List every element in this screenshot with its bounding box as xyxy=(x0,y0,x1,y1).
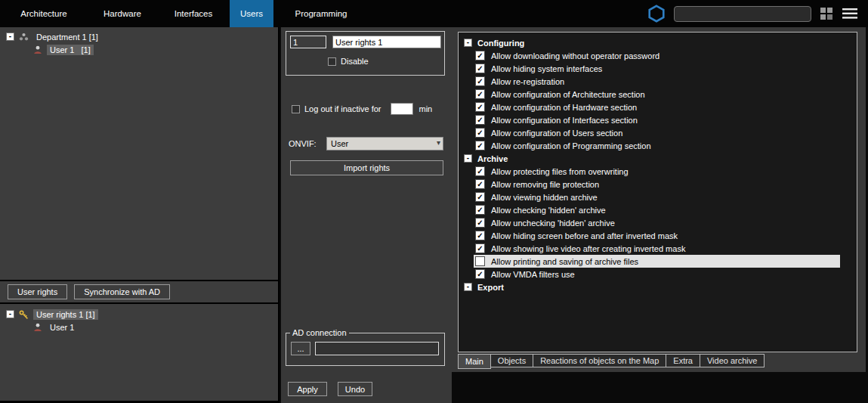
checked-checkbox[interactable]: ✓ xyxy=(475,141,485,150)
rights-group-label: Archive xyxy=(477,154,508,163)
rights-item-row[interactable]: ✓Allow hiding system interfaces xyxy=(459,62,857,75)
rights-item-row[interactable]: ✓Allow configuration of Interfaces secti… xyxy=(459,113,857,126)
expand-collapse-icon[interactable]: - xyxy=(464,154,472,163)
rights-item-row[interactable]: ✓Allow removing file protection xyxy=(459,178,857,191)
rights-item-row[interactable]: ✓Allow checking 'hidden' archive xyxy=(459,203,857,216)
tab-reactions-of-objects-on-the-map[interactable]: Reactions of objects on the Map xyxy=(533,354,666,367)
rights-item-row[interactable]: ✓Allow downloading without operator pass… xyxy=(459,49,857,62)
checked-checkbox[interactable]: ✓ xyxy=(475,192,485,202)
checked-checkbox[interactable]: ✓ xyxy=(475,64,485,73)
checked-checkbox[interactable]: ✓ xyxy=(475,76,485,86)
ad-connection-group: AD connection ... xyxy=(286,333,445,366)
undo-button[interactable]: Undo xyxy=(338,382,372,396)
rights-group-label: Configuring xyxy=(477,39,524,48)
onvif-label: ONVIF: xyxy=(289,139,326,148)
disable-checkbox[interactable] xyxy=(328,57,336,66)
rights-group-row[interactable]: -Archive xyxy=(459,152,857,165)
rights-item-label: Allow printing and saving of archive fil… xyxy=(491,257,638,266)
rights-item-row[interactable]: ✓Allow re-registration xyxy=(459,75,857,88)
object-name-field[interactable] xyxy=(332,36,441,48)
tree-item[interactable]: -Department 1 [1] xyxy=(0,30,278,43)
rights-settings-panel: -Configuring✓Allow downloading without o… xyxy=(452,27,866,372)
hamburger-menu-icon[interactable] xyxy=(842,8,857,19)
rights-item-row[interactable]: ✓Allow configuration of Users section xyxy=(459,126,857,139)
checked-checkbox[interactable]: ✓ xyxy=(475,218,485,228)
checked-checkbox[interactable]: ✓ xyxy=(475,269,485,279)
tab-hardware[interactable]: Hardware xyxy=(88,0,157,27)
rights-item-label: Allow re-registration xyxy=(491,77,564,86)
layout-grid-icon[interactable] xyxy=(820,8,833,20)
rights-tab-strip: MainObjectsReactions of objects on the M… xyxy=(458,354,765,369)
checked-checkbox[interactable]: ✓ xyxy=(475,89,485,99)
rights-item-row[interactable]: ✓Allow configuration of Hardware section xyxy=(459,101,857,113)
rights-item-row[interactable]: ✓Allow configuration of Programming sect… xyxy=(459,139,857,152)
tree-item[interactable]: User 1 xyxy=(0,321,278,333)
apply-button[interactable]: Apply xyxy=(288,382,327,396)
key-icon xyxy=(18,309,29,319)
rights-item-row[interactable]: ✓Allow configuration of Architecture sec… xyxy=(459,88,857,101)
rights-item-label: Allow protecting files from overwriting xyxy=(491,167,629,176)
topbar-right-group xyxy=(648,0,868,27)
left-panel: -Department 1 [1]User 1 [1] User rights … xyxy=(0,27,280,403)
checked-checkbox[interactable]: ✓ xyxy=(475,166,485,176)
checked-checkbox[interactable]: ✓ xyxy=(475,102,485,112)
rights-item-label: Allow configuration of Programming secti… xyxy=(491,141,651,150)
rights-item-label: Allow viewing hidden archive xyxy=(491,193,598,202)
user-icon xyxy=(32,45,43,54)
chevron-down-icon: ▾ xyxy=(437,138,440,147)
rights-group-row[interactable]: -Export xyxy=(459,281,857,293)
tab-architecture[interactable]: Architecture xyxy=(0,0,88,27)
search-input[interactable] xyxy=(674,6,811,22)
unchecked-checkbox[interactable] xyxy=(475,256,485,266)
user-rights-tree: -User rights 1 [1]User 1 xyxy=(0,304,278,401)
object-id-field[interactable] xyxy=(290,36,326,48)
rights-item-row[interactable]: Allow printing and saving of archive fil… xyxy=(459,255,857,268)
synchronize-with-ad-button[interactable]: Synchronize with AD xyxy=(74,284,170,299)
tree-item[interactable]: -User rights 1 [1] xyxy=(0,308,278,321)
import-rights-button[interactable]: Import rights xyxy=(290,160,443,175)
logout-inactive-label: Log out if inactive for xyxy=(304,104,381,113)
tab-programming[interactable]: Programming xyxy=(273,0,369,27)
onvif-dropdown[interactable]: User ▾ xyxy=(326,137,443,150)
departments-tree: -Department 1 [1]User 1 [1] xyxy=(0,27,278,280)
rights-item-row[interactable]: ✓Allow hiding screen before and after in… xyxy=(459,229,857,242)
tab-objects[interactable]: Objects xyxy=(490,354,533,367)
rights-item-row[interactable]: ✓Allow protecting files from overwriting xyxy=(459,165,857,178)
rights-item-row[interactable]: ✓Allow VMDA filters use xyxy=(459,268,857,281)
user-icon xyxy=(32,322,43,332)
tab-main[interactable]: Main xyxy=(458,354,491,369)
ad-connection-field[interactable] xyxy=(315,342,439,355)
rights-group-row[interactable]: -Configuring xyxy=(459,36,857,49)
logout-minutes-field[interactable] xyxy=(391,103,413,115)
rights-item-row[interactable]: ✓Allow viewing hidden archive xyxy=(459,191,857,203)
expand-collapse-icon[interactable]: - xyxy=(464,283,472,291)
tab-video-archive[interactable]: Video archive xyxy=(700,354,765,367)
checked-checkbox[interactable]: ✓ xyxy=(475,231,485,240)
rights-list: -Configuring✓Allow downloading without o… xyxy=(458,32,857,352)
rights-item-row[interactable]: ✓Allow unchecking 'hidden' archive xyxy=(459,216,857,229)
tab-interfaces[interactable]: Interfaces xyxy=(157,0,230,27)
checked-checkbox[interactable]: ✓ xyxy=(475,243,485,253)
rights-item-label: Allow configuration of Users section xyxy=(491,129,622,138)
tab-users[interactable]: Users xyxy=(230,0,273,27)
rights-column: -Configuring✓Allow downloading without o… xyxy=(452,27,868,403)
rights-group-label: Export xyxy=(477,283,504,292)
tree-item[interactable]: User 1 [1] xyxy=(0,43,278,56)
ad-browse-button[interactable]: ... xyxy=(291,342,310,355)
expand-collapse-icon[interactable]: - xyxy=(6,310,14,318)
app-logo-hexagon-icon xyxy=(648,5,665,23)
tab-extra[interactable]: Extra xyxy=(666,354,700,367)
checked-checkbox[interactable]: ✓ xyxy=(475,115,485,125)
onvif-selected-value: User xyxy=(331,139,348,148)
expand-collapse-icon[interactable]: - xyxy=(464,39,472,47)
expand-collapse-icon[interactable]: - xyxy=(6,33,14,41)
checked-checkbox[interactable]: ✓ xyxy=(475,128,485,138)
tree-item-label: User 1 xyxy=(47,322,77,333)
checked-checkbox[interactable]: ✓ xyxy=(475,51,485,60)
checked-checkbox[interactable]: ✓ xyxy=(475,179,485,189)
rights-item-row[interactable]: ✓Allow showing live video after creating… xyxy=(459,242,857,255)
checked-checkbox[interactable]: ✓ xyxy=(475,205,485,215)
rights-item-label: Allow downloading without operator passw… xyxy=(491,51,659,60)
user-rights-button[interactable]: User rights xyxy=(8,284,67,299)
logout-inactive-checkbox[interactable] xyxy=(292,105,300,113)
